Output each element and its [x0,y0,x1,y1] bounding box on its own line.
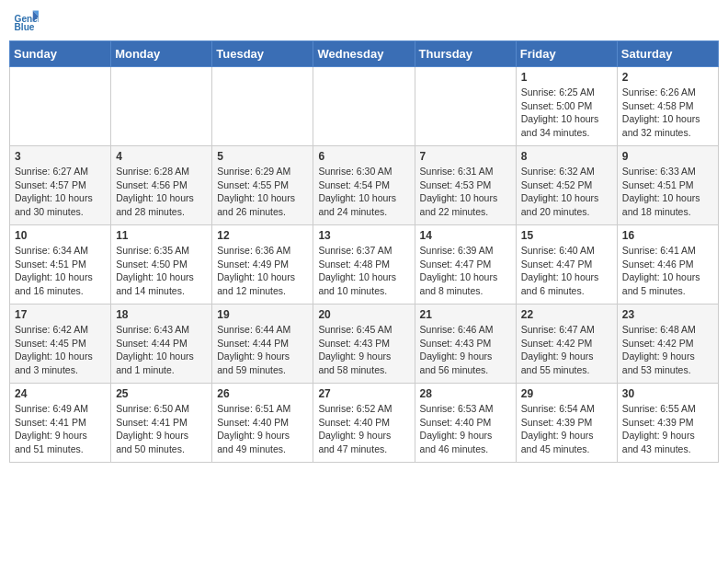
day-number: 2 [622,71,713,84]
logo: General Blue [13,9,40,35]
day-info: Sunrise: 6:25 AMSunset: 5:00 PMDaylight:… [521,86,612,140]
day-cell [212,67,313,146]
day-info: Sunrise: 6:43 AMSunset: 4:44 PMDaylight:… [116,323,207,377]
day-cell: 2Sunrise: 6:26 AMSunset: 4:58 PMDaylight… [617,67,718,146]
day-number: 13 [318,229,409,242]
logo-icon: General Blue [13,9,39,35]
day-info: Sunrise: 6:48 AMSunset: 4:42 PMDaylight:… [622,323,713,377]
day-info: Sunrise: 6:55 AMSunset: 4:39 PMDaylight:… [622,402,713,456]
day-info: Sunrise: 6:33 AMSunset: 4:51 PMDaylight:… [622,165,713,219]
header-row: SundayMondayTuesdayWednesdayThursdayFrid… [10,41,719,67]
day-number: 6 [318,150,409,163]
day-number: 19 [217,308,308,321]
day-cell: 4Sunrise: 6:28 AMSunset: 4:56 PMDaylight… [111,146,212,225]
day-info: Sunrise: 6:41 AMSunset: 4:46 PMDaylight:… [622,244,713,298]
day-info: Sunrise: 6:40 AMSunset: 4:47 PMDaylight:… [521,244,612,298]
day-cell: 17Sunrise: 6:42 AMSunset: 4:45 PMDayligh… [10,304,111,384]
day-info: Sunrise: 6:34 AMSunset: 4:51 PMDaylight:… [15,244,106,298]
day-number: 3 [15,150,106,163]
week-row-3: 10Sunrise: 6:34 AMSunset: 4:51 PMDayligh… [10,225,719,304]
week-row-4: 17Sunrise: 6:42 AMSunset: 4:45 PMDayligh… [10,304,719,384]
day-info: Sunrise: 6:31 AMSunset: 4:53 PMDaylight:… [420,165,511,219]
day-info: Sunrise: 6:42 AMSunset: 4:45 PMDaylight:… [15,323,106,377]
day-info: Sunrise: 6:26 AMSunset: 4:58 PMDaylight:… [622,86,713,140]
day-cell: 1Sunrise: 6:25 AMSunset: 5:00 PMDaylight… [516,67,617,146]
day-cell [313,67,415,146]
day-info: Sunrise: 6:45 AMSunset: 4:43 PMDaylight:… [318,323,409,377]
day-cell: 3Sunrise: 6:27 AMSunset: 4:57 PMDaylight… [10,146,111,225]
svg-text:Blue: Blue [15,22,35,32]
day-info: Sunrise: 6:52 AMSunset: 4:40 PMDaylight:… [318,402,409,456]
week-row-5: 24Sunrise: 6:49 AMSunset: 4:41 PMDayligh… [10,384,719,463]
day-number: 4 [116,150,207,163]
col-header-monday: Monday [111,41,212,67]
day-cell: 7Sunrise: 6:31 AMSunset: 4:53 PMDaylight… [415,146,516,225]
day-cell: 27Sunrise: 6:52 AMSunset: 4:40 PMDayligh… [313,384,415,463]
day-number: 7 [420,150,511,163]
day-info: Sunrise: 6:49 AMSunset: 4:41 PMDaylight:… [15,402,106,456]
day-info: Sunrise: 6:47 AMSunset: 4:42 PMDaylight:… [521,323,612,377]
col-header-saturday: Saturday [617,41,718,67]
day-cell [10,67,111,146]
day-number: 9 [622,150,713,163]
day-number: 5 [217,150,308,163]
day-info: Sunrise: 6:54 AMSunset: 4:39 PMDaylight:… [521,402,612,456]
day-cell: 15Sunrise: 6:40 AMSunset: 4:47 PMDayligh… [516,225,617,304]
day-number: 8 [521,150,612,163]
day-number: 28 [420,387,511,400]
day-cell: 24Sunrise: 6:49 AMSunset: 4:41 PMDayligh… [10,384,111,463]
day-cell: 22Sunrise: 6:47 AMSunset: 4:42 PMDayligh… [516,304,617,384]
day-cell: 5Sunrise: 6:29 AMSunset: 4:55 PMDaylight… [212,146,313,225]
day-info: Sunrise: 6:44 AMSunset: 4:44 PMDaylight:… [217,323,308,377]
day-info: Sunrise: 6:46 AMSunset: 4:43 PMDaylight:… [420,323,511,377]
day-cell: 9Sunrise: 6:33 AMSunset: 4:51 PMDaylight… [617,146,718,225]
day-cell: 28Sunrise: 6:53 AMSunset: 4:40 PMDayligh… [415,384,516,463]
day-cell: 26Sunrise: 6:51 AMSunset: 4:40 PMDayligh… [212,384,313,463]
day-number: 20 [318,308,409,321]
day-cell: 18Sunrise: 6:43 AMSunset: 4:44 PMDayligh… [111,304,212,384]
day-number: 26 [217,387,308,400]
day-number: 23 [622,308,713,321]
day-cell: 29Sunrise: 6:54 AMSunset: 4:39 PMDayligh… [516,384,617,463]
day-cell: 30Sunrise: 6:55 AMSunset: 4:39 PMDayligh… [617,384,718,463]
day-info: Sunrise: 6:50 AMSunset: 4:41 PMDaylight:… [116,402,207,456]
day-number: 25 [116,387,207,400]
day-cell: 11Sunrise: 6:35 AMSunset: 4:50 PMDayligh… [111,225,212,304]
page-header: General Blue [9,9,719,35]
day-info: Sunrise: 6:29 AMSunset: 4:55 PMDaylight:… [217,165,308,219]
col-header-thursday: Thursday [415,41,516,67]
day-number: 1 [521,71,612,84]
day-cell: 21Sunrise: 6:46 AMSunset: 4:43 PMDayligh… [415,304,516,384]
day-cell: 8Sunrise: 6:32 AMSunset: 4:52 PMDaylight… [516,146,617,225]
day-number: 30 [622,387,713,400]
day-number: 11 [116,229,207,242]
day-info: Sunrise: 6:37 AMSunset: 4:48 PMDaylight:… [318,244,409,298]
day-number: 22 [521,308,612,321]
day-info: Sunrise: 6:39 AMSunset: 4:47 PMDaylight:… [420,244,511,298]
day-cell: 13Sunrise: 6:37 AMSunset: 4:48 PMDayligh… [313,225,415,304]
day-cell: 19Sunrise: 6:44 AMSunset: 4:44 PMDayligh… [212,304,313,384]
day-info: Sunrise: 6:51 AMSunset: 4:40 PMDaylight:… [217,402,308,456]
day-cell: 12Sunrise: 6:36 AMSunset: 4:49 PMDayligh… [212,225,313,304]
day-number: 12 [217,229,308,242]
col-header-sunday: Sunday [10,41,111,67]
day-cell: 10Sunrise: 6:34 AMSunset: 4:51 PMDayligh… [10,225,111,304]
week-row-2: 3Sunrise: 6:27 AMSunset: 4:57 PMDaylight… [10,146,719,225]
day-number: 16 [622,229,713,242]
calendar-table: SundayMondayTuesdayWednesdayThursdayFrid… [9,40,719,463]
day-number: 10 [15,229,106,242]
calendar-header: SundayMondayTuesdayWednesdayThursdayFrid… [10,41,719,67]
day-info: Sunrise: 6:35 AMSunset: 4:50 PMDaylight:… [116,244,207,298]
day-info: Sunrise: 6:27 AMSunset: 4:57 PMDaylight:… [15,165,106,219]
day-number: 27 [318,387,409,400]
day-number: 14 [420,229,511,242]
day-cell: 16Sunrise: 6:41 AMSunset: 4:46 PMDayligh… [617,225,718,304]
col-header-tuesday: Tuesday [212,41,313,67]
day-number: 29 [521,387,612,400]
week-row-1: 1Sunrise: 6:25 AMSunset: 5:00 PMDaylight… [10,67,719,146]
day-info: Sunrise: 6:36 AMSunset: 4:49 PMDaylight:… [217,244,308,298]
col-header-wednesday: Wednesday [313,41,415,67]
day-info: Sunrise: 6:53 AMSunset: 4:40 PMDaylight:… [420,402,511,456]
day-number: 15 [521,229,612,242]
day-info: Sunrise: 6:28 AMSunset: 4:56 PMDaylight:… [116,165,207,219]
